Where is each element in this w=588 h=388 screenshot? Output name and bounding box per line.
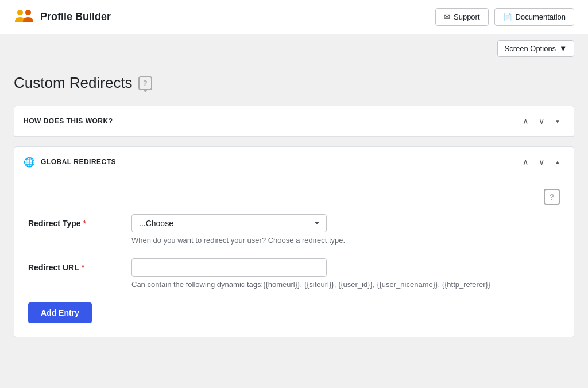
panel-body-header: ?	[28, 189, 560, 205]
global-redirects-panel: 🌐 GLOBAL REDIRECTS ∧ ∨ ▲ ?	[14, 146, 574, 337]
screen-options-bar: Screen Options ▼	[0, 34, 588, 63]
redirect-type-select[interactable]: ...Choose After Login After Logout After…	[131, 214, 327, 232]
redirect-url-hint: Can contain the following dynamic tags:{…	[131, 280, 560, 289]
up-arrow-icon: ∧	[523, 157, 528, 166]
doc-icon: 📄	[503, 13, 512, 21]
redirect-type-field: ...Choose After Login After Logout After…	[131, 214, 560, 245]
redirect-type-label: Redirect Type *	[28, 214, 131, 228]
down-arrow-icon: ∨	[539, 117, 544, 126]
how-does-this-work-collapse-button[interactable]: ▼	[551, 114, 564, 128]
how-does-this-work-panel-header[interactable]: HOW DOES THIS WORK? ∧ ∨ ▼	[14, 106, 574, 137]
page-help-icon[interactable]: ?	[138, 76, 152, 90]
collapse-icon: ▼	[555, 118, 560, 125]
mail-icon: ✉	[444, 13, 450, 21]
down-arrow-icon: ∨	[539, 157, 544, 166]
page-title-row: Custom Redirects ?	[14, 74, 574, 92]
global-redirects-header-left: 🌐 GLOBAL REDIRECTS	[24, 157, 116, 168]
global-redirects-controls: ∧ ∨ ▲	[519, 155, 564, 169]
redirect-url-field: Can contain the following dynamic tags:{…	[131, 258, 560, 289]
profile-builder-logo	[14, 7, 34, 28]
logo-text: Profile Builder	[40, 11, 111, 23]
how-does-this-work-up-button[interactable]: ∧	[519, 114, 532, 128]
support-label: Support	[454, 13, 480, 21]
panel-help-icon[interactable]: ?	[544, 189, 560, 205]
redirect-type-hint: When do you want to redirect your user? …	[131, 236, 560, 245]
screen-options-chevron-icon: ▼	[559, 44, 567, 53]
how-does-this-work-panel: HOW DOES THIS WORK? ∧ ∨ ▼	[14, 106, 574, 137]
redirect-url-label: Redirect URL *	[28, 258, 131, 272]
how-does-this-work-down-button[interactable]: ∨	[535, 114, 548, 128]
screen-options-button[interactable]: Screen Options ▼	[497, 40, 574, 57]
redirect-type-required: *	[83, 219, 86, 228]
global-redirects-title: GLOBAL REDIRECTS	[41, 158, 116, 166]
documentation-label: Documentation	[516, 13, 566, 21]
redirect-url-row: Redirect URL * Can contain the following…	[28, 258, 560, 289]
how-does-this-work-title: HOW DOES THIS WORK?	[24, 117, 113, 125]
support-button[interactable]: ✉ Support	[435, 8, 489, 26]
main-content: Custom Redirects ? HOW DOES THIS WORK? ∧…	[0, 63, 588, 358]
redirect-url-input[interactable]	[131, 258, 327, 277]
add-entry-button[interactable]: Add Entry	[28, 302, 92, 323]
header: Profile Builder ✉ Support 📄 Documentatio…	[0, 0, 588, 34]
global-redirects-up-button[interactable]: ∧	[519, 155, 532, 169]
global-redirects-collapse-button[interactable]: ▲	[551, 155, 564, 169]
header-left: Profile Builder	[14, 7, 111, 28]
how-does-this-work-controls: ∧ ∨ ▼	[519, 114, 564, 128]
screen-options-label: Screen Options	[505, 44, 556, 53]
up-arrow-icon: ∧	[523, 117, 528, 126]
redirect-type-row: Redirect Type * ...Choose After Login Af…	[28, 214, 560, 245]
collapse-icon: ▲	[555, 159, 560, 165]
global-redirects-panel-body: ? Redirect Type * ...Choose After Login …	[14, 177, 574, 337]
global-redirects-panel-header[interactable]: 🌐 GLOBAL REDIRECTS ∧ ∨ ▲	[14, 147, 574, 177]
page-title: Custom Redirects	[14, 74, 133, 92]
svg-point-1	[25, 10, 31, 15]
documentation-button[interactable]: 📄 Documentation	[494, 8, 574, 26]
redirect-url-required: *	[82, 263, 84, 272]
global-redirects-down-button[interactable]: ∨	[535, 155, 548, 169]
globe-icon: 🌐	[24, 157, 35, 168]
how-does-this-work-header-left: HOW DOES THIS WORK?	[24, 117, 113, 125]
svg-point-0	[17, 10, 23, 15]
header-right: ✉ Support 📄 Documentation	[435, 8, 574, 26]
